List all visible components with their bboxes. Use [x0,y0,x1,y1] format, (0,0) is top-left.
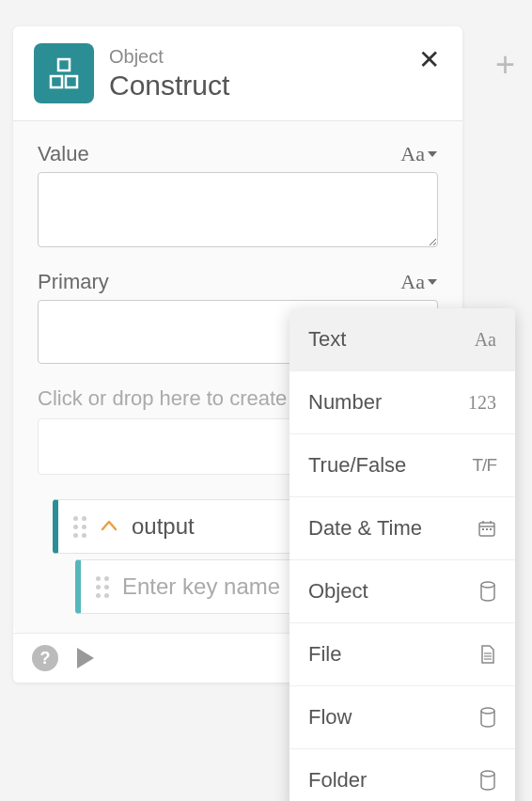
value-input[interactable] [38,172,438,247]
dropdown-item-object[interactable]: Object [289,560,515,623]
text-type-icon: Aa [475,329,496,351]
value-label: Value [38,142,89,166]
dropdown-item-number[interactable]: Number123 [289,371,515,434]
dropdown-item-label: Date & Time [308,516,422,541]
dropdown-item-date-time[interactable]: Date & Time [289,497,515,560]
dropdown-item-label: Flow [308,705,352,730]
svg-rect-9 [490,528,492,530]
type-dropdown: TextAaNumber123True/FalseT/FDate & TimeO… [289,308,515,801]
flow-type-icon [479,707,496,728]
dropdown-item-folder[interactable]: Folder [289,749,515,801]
dropdown-item-label: Text [308,327,346,352]
svg-point-15 [481,771,494,777]
primary-label: Primary [38,270,109,294]
primary-type-selector[interactable]: Aa [400,270,438,294]
drag-handle-icon[interactable] [73,516,86,538]
type-label: Object [109,46,399,68]
dropdown-item-text[interactable]: TextAa [289,308,515,371]
svg-rect-2 [66,76,77,87]
dropdown-item-label: Object [308,579,368,604]
dropdown-item-flow[interactable]: Flow [289,686,515,749]
svg-rect-8 [486,528,488,530]
card-header: Object Construct ✕ [13,26,462,120]
output-label: output [132,513,195,540]
card-title: Construct [109,70,399,102]
value-type-glyph: Aa [400,142,425,166]
date-time-type-icon [477,519,496,538]
dropdown-item-label: Folder [308,768,367,793]
object-type-icon [34,43,94,103]
dropdown-item-true-false[interactable]: True/FalseT/F [289,434,515,497]
dropdown-item-label: True/False [308,453,406,478]
primary-type-glyph: Aa [400,270,425,294]
object-type-icon [479,581,496,602]
number-type-icon: 123 [468,392,496,414]
help-button[interactable]: ? [32,645,58,671]
value-type-selector[interactable]: Aa [400,142,438,166]
folder-type-icon [479,770,496,791]
dropdown-item-file[interactable]: File [289,623,515,686]
svg-rect-7 [482,528,484,530]
file-type-icon [479,644,496,665]
true-false-type-icon: T/F [473,455,497,476]
drag-handle-icon[interactable] [96,576,109,598]
caret-down-icon [427,149,438,159]
add-card-button[interactable]: + [495,45,515,85]
dropdown-item-label: Number [308,390,382,415]
run-button[interactable] [73,646,98,670]
close-button[interactable]: ✕ [415,43,444,77]
svg-rect-1 [51,76,62,87]
svg-point-10 [481,582,494,588]
svg-point-14 [481,708,494,714]
dropdown-item-label: File [308,642,341,667]
svg-rect-0 [58,59,70,71]
chevron-up-icon[interactable] [100,517,118,536]
caret-down-icon [427,277,438,287]
